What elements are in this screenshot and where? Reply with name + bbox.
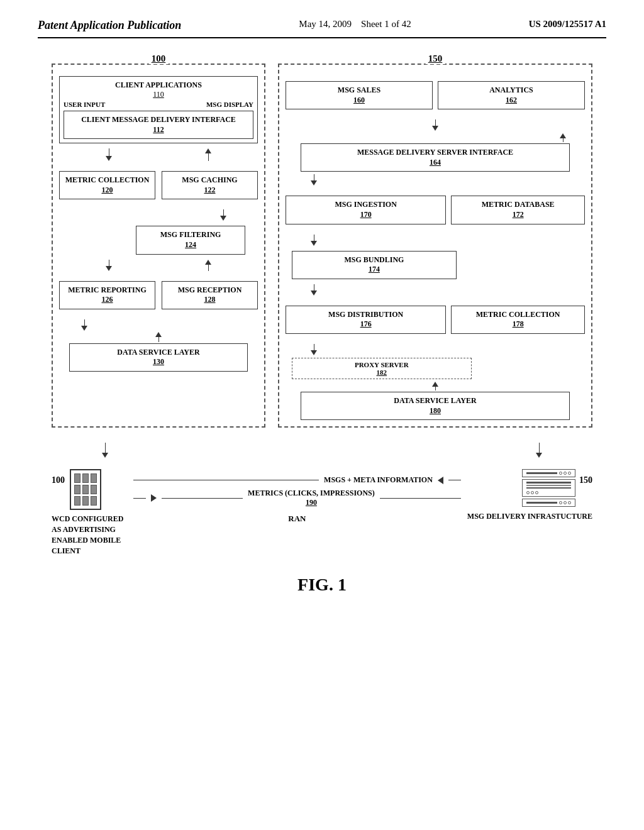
connector-line bbox=[84, 319, 85, 326]
server-dot bbox=[559, 501, 562, 504]
arrow-down-icon bbox=[536, 453, 542, 458]
arrow-down-icon bbox=[311, 290, 317, 296]
analytics-ref: 162 bbox=[443, 96, 579, 106]
bottom-label-100-text: 100 bbox=[52, 475, 65, 485]
msg-delivery-server-interface-box: MESSAGE DELIVERY SERVER INTERFACE 164 bbox=[301, 143, 570, 172]
connector-line bbox=[314, 284, 314, 290]
cmdi-ref: 112 bbox=[153, 125, 164, 134]
client-apps-row: USER INPUT MSG DISPLAY bbox=[64, 101, 253, 108]
arrow-down-icon bbox=[311, 241, 317, 246]
page: Patent Application Publication May 14, 2… bbox=[0, 0, 644, 830]
device-cell bbox=[82, 496, 89, 506]
msg-sales-label: MSG SALES bbox=[338, 86, 380, 94]
msg-bundling-ref: 174 bbox=[297, 265, 451, 275]
msg-distribution-box: MSG DISTRIBUTION 176 bbox=[286, 306, 446, 334]
arrow-right-head bbox=[151, 494, 157, 502]
metric-collection-right-ref: 178 bbox=[457, 319, 579, 329]
proxy-server-box: PROXY SERVER 182 bbox=[292, 358, 472, 379]
proxy-server-ref: 182 bbox=[377, 368, 387, 376]
wcd-section: 100 bbox=[52, 463, 127, 556]
data-service-layer-left-ref: 130 bbox=[75, 357, 242, 367]
arrow-left-head bbox=[438, 477, 443, 484]
msg-ingestion-ref: 170 bbox=[291, 210, 440, 220]
server-dot bbox=[564, 501, 567, 504]
connector-line bbox=[435, 387, 436, 390]
connector-line bbox=[223, 209, 224, 216]
msg-caching-ref: 122 bbox=[167, 185, 252, 196]
server-bar bbox=[526, 485, 571, 486]
left-box-ref: 100 bbox=[149, 53, 169, 64]
metric-caching-row: METRIC COLLECTION 120 MSG CACHING 122 bbox=[59, 166, 258, 204]
msg-filtering-ref: 124 bbox=[142, 240, 240, 250]
user-input-label: USER INPUT bbox=[64, 101, 105, 108]
client-apps-label: CLIENT APPLICATIONS bbox=[64, 80, 253, 90]
metric-collection-box: METRIC COLLECTION 120 bbox=[59, 171, 155, 199]
msg-bundling-label: MSG BUNDLING bbox=[344, 255, 404, 264]
metric-database-label: METRIC DATABASE bbox=[482, 200, 555, 209]
msg-caching-label: MSG CACHING bbox=[182, 175, 237, 184]
msg-sales-ref: 160 bbox=[291, 96, 427, 106]
data-service-layer-left-box: DATA SERVICE LAYER 130 bbox=[69, 343, 248, 372]
mobile-device-icon bbox=[70, 469, 101, 510]
data-service-layer-right-box: DATA SERVICE LAYER 180 bbox=[301, 392, 570, 420]
device-cell bbox=[91, 485, 97, 494]
metric-reporting-label: METRIC REPORTING bbox=[68, 285, 147, 294]
msg-caching-box: MSG CACHING 122 bbox=[162, 171, 258, 199]
device-cell bbox=[91, 473, 97, 483]
metric-collection-ref: 120 bbox=[65, 185, 150, 196]
server-dot bbox=[526, 491, 530, 494]
connector-line bbox=[158, 337, 159, 342]
device-cell bbox=[74, 473, 80, 483]
right-down-arrow bbox=[536, 443, 542, 458]
server-icon bbox=[522, 469, 575, 507]
connector-line bbox=[563, 138, 564, 142]
arrow-line-short bbox=[448, 480, 461, 480]
ran-label: RAN bbox=[288, 514, 306, 524]
metric-database-ref: 172 bbox=[457, 210, 579, 220]
server-unit-3 bbox=[522, 499, 575, 507]
server-dot bbox=[559, 472, 562, 475]
metric-database-col: METRIC DATABASE 172 bbox=[451, 191, 585, 229]
server-dot bbox=[568, 472, 571, 475]
msgs-meta-label: MSGS + META INFORMATION bbox=[324, 475, 433, 485]
metric-collection-right-label: METRIC COLLECTION bbox=[476, 310, 560, 319]
metrics-label-group: METRICS (CLICKS, IMPRESSIONS) 190 bbox=[248, 489, 375, 507]
page-header: Patent Application Publication May 14, 2… bbox=[38, 19, 606, 38]
arrow-down-icon bbox=[106, 266, 112, 271]
metric-reception-row: METRIC REPORTING 126 MSG RECEPTION 128 bbox=[59, 276, 258, 314]
server-dots-2 bbox=[526, 491, 571, 494]
analytics-box: ANALYTICS 162 bbox=[438, 81, 585, 109]
msg-ingestion-label: MSG INGESTION bbox=[335, 200, 396, 209]
connector-line bbox=[109, 148, 109, 156]
server-dot bbox=[535, 491, 538, 494]
wcd-description: WCD CONFIGURED AS ADVERTISING ENABLED MO… bbox=[52, 514, 127, 556]
msg-sales-analytics-row: MSG SALES 160 ANALYTICS 162 bbox=[286, 76, 585, 114]
data-service-layer-right-ref: 180 bbox=[306, 406, 564, 416]
arrow-up-icon bbox=[560, 133, 566, 138]
connector-line bbox=[539, 443, 540, 453]
arrow-down-icon bbox=[102, 453, 108, 458]
device-cell bbox=[82, 473, 89, 483]
right-system-box: 150 MSG SALES 160 ANALYTICS 162 bbox=[278, 64, 592, 428]
server-label: MSG DELIVERY INFRASTUCTURE bbox=[467, 512, 592, 521]
metric-reporting-col: METRIC REPORTING 126 bbox=[59, 276, 155, 314]
cmdi-label: CLIENT MESSAGE DELIVERY INTERFACE bbox=[81, 115, 236, 124]
arrow-down-icon bbox=[106, 156, 112, 161]
right-box-ref: 150 bbox=[426, 53, 445, 64]
server-dots-3 bbox=[559, 501, 571, 504]
connector-line bbox=[208, 153, 209, 161]
connector-line bbox=[105, 443, 106, 453]
left-system-box: 100 CLIENT APPLICATIONS 110 USER INPUT M… bbox=[52, 64, 265, 428]
connector-line bbox=[314, 235, 314, 241]
msg-filtering-box: MSG FILTERING 124 bbox=[136, 226, 245, 254]
device-cell bbox=[82, 485, 89, 494]
arrow-up-icon bbox=[155, 332, 162, 337]
client-apps-ref: 110 bbox=[64, 90, 253, 99]
server-unit-2 bbox=[522, 479, 575, 497]
msg-distribution-col: MSG DISTRIBUTION 176 bbox=[286, 301, 446, 339]
bottom-arrows-section: MSGS + META INFORMATION METRICS (CLICKS,… bbox=[133, 475, 461, 524]
device-cell bbox=[74, 496, 80, 506]
server-bar bbox=[526, 472, 557, 474]
msg-display-label: MSG DISPLAY bbox=[206, 101, 253, 108]
metric-collection-right-col: METRIC COLLECTION 178 bbox=[451, 301, 585, 339]
